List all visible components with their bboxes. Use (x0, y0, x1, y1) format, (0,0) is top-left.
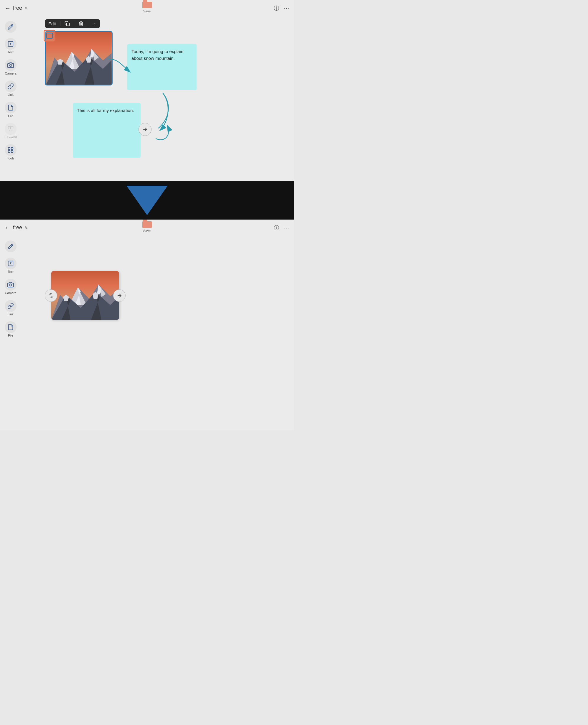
next-arrow-button[interactable] (113, 290, 126, 302)
header-left-2: ← free ✎ (5, 224, 28, 231)
sidebar-2-item-file[interactable]: File (2, 319, 19, 339)
sidebar-2-label-link: Link (8, 313, 14, 316)
save-label: Save (143, 9, 151, 13)
camera-icon-2 (5, 279, 17, 291)
sidebar-item-text[interactable]: Text (2, 36, 19, 56)
mountain-image (46, 32, 112, 85)
sidebar-2-item-camera[interactable]: Camera (2, 277, 19, 297)
text-box-2[interactable]: This is all for my explanation. (73, 103, 141, 158)
pen-icon (5, 21, 17, 33)
sidebar-label-camera: Camera (5, 71, 16, 75)
text-box-1[interactable]: Today, I'm going to explain about snow m… (127, 44, 196, 90)
save-button[interactable]: Save (142, 1, 152, 13)
floating-toolbar: Edit ⋯ (45, 19, 100, 28)
edit-title-icon[interactable]: ✎ (24, 6, 28, 10)
sidebar-label-text: Text (8, 50, 14, 54)
link-icon-2 (5, 300, 17, 312)
header: ← free ✎ Save ⓘ ⋯ (0, 0, 294, 16)
select-handle (44, 30, 56, 42)
svg-rect-10 (8, 151, 10, 152)
header-center: Save (142, 1, 152, 13)
back-button-2[interactable]: ← (5, 224, 10, 231)
toolbar-more-button[interactable]: ⋯ (92, 21, 97, 26)
sidebar-item-pen[interactable] (2, 19, 19, 35)
header-right-2: ⓘ ⋯ (274, 224, 289, 231)
select-handle-inner (46, 33, 53, 39)
divider-section (0, 181, 294, 219)
more-button[interactable]: ⋯ (284, 5, 289, 12)
sidebar-2: Text Camera Link (0, 236, 21, 430)
triangle-down-icon (126, 186, 168, 215)
canvas-area: Edit ⋯ (21, 16, 294, 181)
more-button-2[interactable]: ⋯ (284, 225, 289, 231)
file-icon-2 (5, 321, 17, 333)
sidebar-2-item-text[interactable]: Text (2, 256, 19, 275)
header-2: ← free ✎ Save ⓘ ⋯ (0, 219, 294, 236)
svg-rect-8 (8, 148, 10, 149)
sidebar-item-link[interactable]: Link (2, 79, 19, 98)
camera-icon (5, 59, 17, 71)
sidebar-2-label-text: Text (8, 270, 14, 274)
sidebar: Text Camera Link (0, 16, 21, 181)
svg-rect-11 (11, 151, 13, 152)
edit-title-icon-2[interactable]: ✎ (24, 226, 28, 230)
save-folder-icon (142, 1, 152, 9)
sidebar-2-item-pen[interactable] (2, 239, 19, 254)
help-button[interactable]: ⓘ (274, 5, 279, 12)
link-icon (5, 81, 17, 92)
sidebar-item-exword[interactable]: EX-word (2, 121, 19, 141)
svg-rect-4 (8, 126, 10, 129)
back-button[interactable]: ← (5, 5, 10, 12)
toolbar-edit-label: Edit (48, 21, 56, 26)
help-button-2[interactable]: ⓘ (274, 224, 279, 231)
sidebar-2-label-file: File (8, 334, 13, 337)
image-card-2[interactable] (51, 271, 119, 320)
text-icon-2 (5, 258, 17, 269)
page-title-2: free (13, 225, 22, 231)
sidebar-item-file[interactable]: File (2, 100, 19, 119)
page-title: free (13, 5, 22, 11)
svg-rect-5 (11, 126, 13, 129)
text-box-1-content: Today, I'm going to explain about snow m… (131, 49, 183, 61)
svg-point-3 (9, 64, 12, 66)
sidebar-item-camera[interactable]: Camera (2, 58, 19, 77)
svg-rect-9 (11, 148, 13, 149)
toolbar-copy-button[interactable] (65, 21, 70, 26)
expand-left-button[interactable] (45, 290, 57, 302)
tools-icon (5, 144, 17, 156)
svg-rect-12 (67, 23, 69, 26)
toolbar-delete-button[interactable] (78, 21, 84, 26)
mountain-image-2 (51, 271, 119, 320)
pen-icon-2 (5, 240, 17, 252)
screen-2: ← free ✎ Save ⓘ ⋯ (0, 219, 294, 430)
sidebar-label-exword: EX-word (4, 135, 17, 139)
arrow-connector-button[interactable] (139, 123, 151, 136)
save-folder-icon-2 (142, 221, 152, 229)
folder-body-2 (142, 221, 152, 228)
sidebar-label-file: File (8, 114, 13, 118)
text-box-2-content: This is all for my explanation. (77, 108, 134, 113)
svg-point-31 (9, 284, 12, 286)
save-button-2[interactable]: Save (142, 221, 152, 233)
sidebar-2-item-link[interactable]: Link (2, 298, 19, 318)
file-icon (5, 102, 17, 113)
header-left: ← free ✎ (5, 5, 28, 12)
sidebar-2-label-camera: Camera (5, 291, 16, 295)
sidebar-label-tools: Tools (7, 156, 15, 160)
header-center-2: Save (142, 221, 152, 233)
toolbar-divider-2 (74, 21, 74, 26)
text-icon (5, 38, 17, 50)
exword-icon (5, 123, 17, 135)
sidebar-item-tools[interactable]: Tools (2, 142, 19, 162)
sidebar-label-link: Link (8, 93, 14, 97)
save-label-2: Save (143, 229, 151, 233)
toolbar-divider-3 (88, 21, 88, 26)
screen-1: ← free ✎ Save ⓘ ⋯ (0, 0, 294, 181)
more-dots-icon: ⋯ (92, 21, 97, 26)
header-right: ⓘ ⋯ (274, 5, 289, 12)
folder-body (142, 2, 152, 8)
canvas-area-2 (21, 236, 294, 430)
